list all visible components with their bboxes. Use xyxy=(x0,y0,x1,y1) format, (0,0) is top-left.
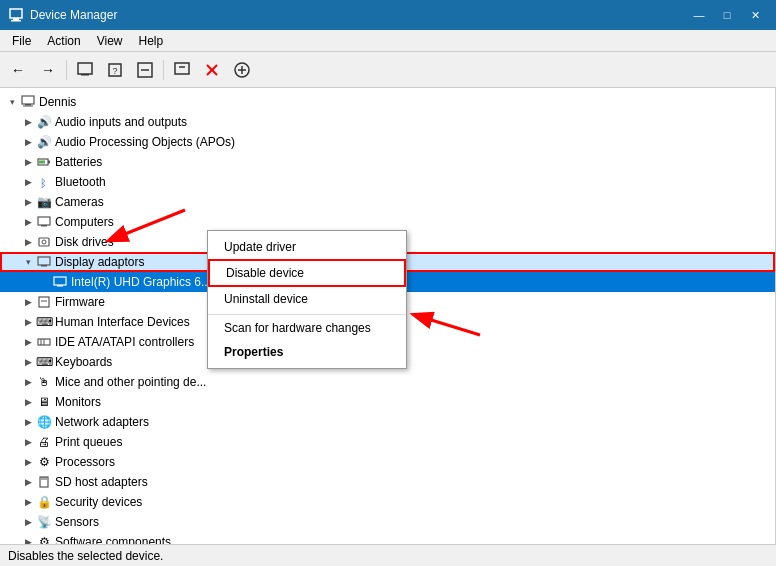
app-icon xyxy=(8,7,24,23)
hid-label: Human Interface Devices xyxy=(55,315,190,329)
svg-rect-23 xyxy=(38,217,50,225)
battery-icon xyxy=(36,154,52,170)
computers-icon xyxy=(36,214,52,230)
security-label: Security devices xyxy=(55,495,142,509)
security-icon: 🔒 xyxy=(36,494,52,510)
keyboard-icon: ⌨ xyxy=(36,354,52,370)
sw-components-label: Software components xyxy=(55,535,171,544)
sd-icon xyxy=(36,474,52,490)
expand-mice: ▶ xyxy=(20,374,36,390)
expand-network: ▶ xyxy=(20,414,36,430)
expand-computers: ▶ xyxy=(20,214,36,230)
ctx-disable-device[interactable]: Disable device xyxy=(208,259,406,287)
toolbar-add[interactable] xyxy=(228,56,256,84)
ide-icon xyxy=(36,334,52,350)
toolbar-separator-2 xyxy=(163,60,164,80)
tree-audio-inputs[interactable]: ▶ 🔊 Audio inputs and outputs xyxy=(0,112,775,132)
svg-point-26 xyxy=(42,240,46,244)
keyboards-label: Keyboards xyxy=(55,355,112,369)
apo-icon: 🔊 xyxy=(36,134,52,150)
ctx-scan-hardware[interactable]: Scan for hardware changes xyxy=(208,314,406,340)
tree-computers[interactable]: ▶ Computers xyxy=(0,212,775,232)
menu-bar: File Action View Help xyxy=(0,30,776,52)
tree-root[interactable]: ▾ Dennis xyxy=(0,92,775,112)
tree-audio-processing[interactable]: ▶ 🔊 Audio Processing Objects (APOs) xyxy=(0,132,775,152)
tree-sensors[interactable]: ▶ 📡 Sensors xyxy=(0,512,775,532)
svg-rect-31 xyxy=(39,297,49,307)
tree-security[interactable]: ▶ 🔒 Security devices xyxy=(0,492,775,512)
svg-rect-29 xyxy=(54,277,66,285)
bluetooth-icon: ᛒ xyxy=(36,174,52,190)
tree-processors[interactable]: ▶ ⚙ Processors xyxy=(0,452,775,472)
mice-label: Mice and other pointing de... xyxy=(55,375,206,389)
network-icon: 🌐 xyxy=(36,414,52,430)
svg-rect-4 xyxy=(81,74,89,76)
expand-root: ▾ xyxy=(4,94,20,110)
expand-sw-comp: ▶ xyxy=(20,534,36,544)
tree-sd[interactable]: ▶ SD host adapters xyxy=(0,472,775,492)
minimize-button[interactable]: — xyxy=(686,4,712,26)
tree-mice[interactable]: ▶ 🖱 Mice and other pointing de... xyxy=(0,372,775,392)
display-label: Display adaptors xyxy=(55,255,144,269)
tree-network[interactable]: ▶ 🌐 Network adapters xyxy=(0,412,775,432)
menu-view[interactable]: View xyxy=(89,32,131,50)
svg-text:?: ? xyxy=(112,66,117,76)
expand-bluetooth: ▶ xyxy=(20,174,36,190)
svg-rect-18 xyxy=(23,106,33,107)
toolbar-update[interactable]: ? xyxy=(101,56,129,84)
sensors-label: Sensors xyxy=(55,515,99,529)
apo-label: Audio Processing Objects (APOs) xyxy=(55,135,235,149)
monitors-label: Monitors xyxy=(55,395,101,409)
svg-rect-9 xyxy=(175,63,189,74)
computers-label: Computers xyxy=(55,215,114,229)
mice-icon: 🖱 xyxy=(36,374,52,390)
svg-rect-3 xyxy=(78,63,92,74)
sd-label: SD host adapters xyxy=(55,475,148,489)
expand-print: ▶ xyxy=(20,434,36,450)
svg-rect-1 xyxy=(13,18,19,20)
expand-sensors: ▶ xyxy=(20,514,36,530)
disk-label: Disk drives xyxy=(55,235,114,249)
expand-keyboards: ▶ xyxy=(20,354,36,370)
title-bar-controls: — □ ✕ xyxy=(686,4,768,26)
maximize-button[interactable]: □ xyxy=(714,4,740,26)
tree-sw-components[interactable]: ▶ ⚙ Software components xyxy=(0,532,775,544)
svg-rect-25 xyxy=(39,238,49,246)
menu-action[interactable]: Action xyxy=(39,32,88,50)
menu-file[interactable]: File xyxy=(4,32,39,50)
tree-print[interactable]: ▶ 🖨 Print queues xyxy=(0,432,775,452)
toolbar-uninstall[interactable] xyxy=(198,56,226,84)
tree-monitors[interactable]: ▶ 🖥 Monitors xyxy=(0,392,775,412)
tree-batteries[interactable]: ▶ Batteries xyxy=(0,152,775,172)
expand-firmware: ▶ xyxy=(20,294,36,310)
ctx-properties[interactable]: Properties xyxy=(208,340,406,364)
status-text: Disables the selected device. xyxy=(8,549,163,563)
toolbar-forward[interactable]: → xyxy=(34,56,62,84)
firmware-label: Firmware xyxy=(55,295,105,309)
disk-icon xyxy=(36,234,52,250)
svg-rect-2 xyxy=(11,20,21,22)
toolbar-disable[interactable] xyxy=(168,56,196,84)
expand-security: ▶ xyxy=(20,494,36,510)
firmware-icon xyxy=(36,294,52,310)
svg-text:ᛒ: ᛒ xyxy=(40,177,47,189)
tree-bluetooth[interactable]: ▶ ᛒ Bluetooth xyxy=(0,172,775,192)
window-title: Device Manager xyxy=(30,8,117,22)
expand-ide: ▶ xyxy=(20,334,36,350)
status-bar: Disables the selected device. xyxy=(0,544,776,566)
toolbar-scan[interactable] xyxy=(131,56,159,84)
menu-help[interactable]: Help xyxy=(131,32,172,50)
sw-comp-icon: ⚙ xyxy=(36,534,52,544)
tree-cameras[interactable]: ▶ 📷 Cameras xyxy=(0,192,775,212)
expand-sd: ▶ xyxy=(20,474,36,490)
toolbar-properties[interactable] xyxy=(71,56,99,84)
svg-rect-20 xyxy=(48,161,50,164)
ctx-uninstall-device[interactable]: Uninstall device xyxy=(208,287,406,311)
toolbar-back[interactable]: ← xyxy=(4,56,32,84)
print-label: Print queues xyxy=(55,435,122,449)
title-bar-left: Device Manager xyxy=(8,7,117,23)
svg-rect-24 xyxy=(41,225,47,227)
svg-rect-28 xyxy=(41,265,47,267)
ctx-update-driver[interactable]: Update driver xyxy=(208,235,406,259)
close-button[interactable]: ✕ xyxy=(742,4,768,26)
